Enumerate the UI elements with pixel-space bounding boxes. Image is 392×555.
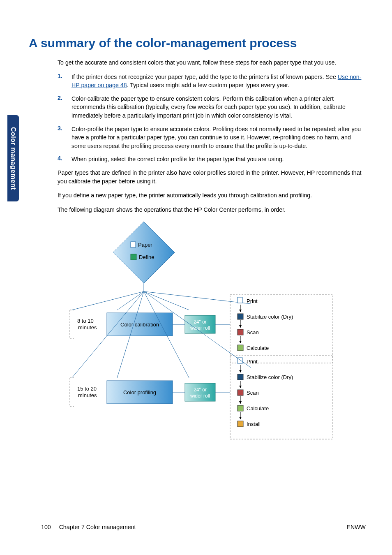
page: Color management A summary of the color-… <box>0 0 392 555</box>
svg-text:Scan: Scan <box>247 329 259 335</box>
step-3: 3. Color-profile the paper type to ensur… <box>58 125 362 150</box>
body-block: To get the accurate and consistent color… <box>58 58 362 214</box>
svg-line-6 <box>72 291 144 310</box>
svg-text:Color profiling: Color profiling <box>123 389 156 395</box>
svg-text:minutes: minutes <box>78 392 97 398</box>
svg-rect-18 <box>238 297 242 303</box>
svg-text:Define: Define <box>139 254 154 260</box>
svg-rect-17 <box>230 295 333 363</box>
svg-text:Calculate: Calculate <box>247 345 269 351</box>
svg-rect-24 <box>238 329 243 335</box>
page-footer: 100 Chapter 7 Color management ENWW <box>41 524 366 530</box>
step-1: 1. If the printer does not recognize you… <box>58 73 362 90</box>
svg-text:24" or: 24" or <box>194 387 207 393</box>
step-text-pre: If the printer does not recognize your p… <box>71 74 338 80</box>
step-4: 4. When printing, select the correct col… <box>58 155 362 164</box>
footer-chapter: Chapter 7 Color management <box>59 524 136 530</box>
svg-rect-27 <box>238 345 243 351</box>
step-text: Color-profile the paper type to ensure a… <box>71 125 362 150</box>
side-tab-label: Color management <box>9 127 17 190</box>
svg-rect-38 <box>230 355 333 439</box>
diagram-svg: PaperDefine8 to 10minutesColor calibrati… <box>58 220 345 466</box>
step-text: When printing, select the correct color … <box>71 155 362 164</box>
svg-marker-0 <box>113 222 175 283</box>
svg-text:minutes: minutes <box>78 324 97 331</box>
footer-left: 100 Chapter 7 Color management <box>41 524 136 530</box>
svg-rect-42 <box>238 374 243 380</box>
svg-text:wider roll: wider roll <box>190 325 210 331</box>
svg-text:Print: Print <box>247 358 258 365</box>
svg-text:Stabilize color (Dry): Stabilize color (Dry) <box>247 314 293 320</box>
svg-text:Install: Install <box>247 421 261 427</box>
step-text: If the printer does not recognize your p… <box>71 73 362 90</box>
svg-rect-1 <box>131 242 136 247</box>
step-number: 3. <box>58 125 71 150</box>
svg-text:Calculate: Calculate <box>247 405 269 412</box>
svg-text:wider roll: wider roll <box>190 393 210 399</box>
footer-right: ENWW <box>347 524 366 530</box>
svg-text:Color calibration: Color calibration <box>120 321 159 328</box>
intro-paragraph: To get the accurate and consistent color… <box>58 58 362 67</box>
svg-text:15 to 20: 15 to 20 <box>77 386 97 392</box>
step-text-post: . Typical users might add a few custom p… <box>127 82 290 88</box>
svg-text:Paper: Paper <box>138 242 152 248</box>
diagram: PaperDefine8 to 10minutesColor calibrati… <box>58 220 366 466</box>
steps-list: 1. If the printer does not recognize you… <box>58 73 362 164</box>
side-tab: Color management <box>7 115 19 201</box>
step-text: Color-calibrate the paper type to ensure… <box>71 95 362 120</box>
svg-rect-48 <box>238 405 243 411</box>
paragraph: If you define a new paper type, the prin… <box>58 191 362 200</box>
page-heading: A summary of the color-management proces… <box>29 36 366 50</box>
svg-text:Print: Print <box>247 298 258 304</box>
svg-text:24" or: 24" or <box>194 319 207 325</box>
svg-rect-51 <box>238 421 243 427</box>
paragraph: Paper types that are defined in the prin… <box>58 169 362 185</box>
step-number: 1. <box>58 73 71 90</box>
svg-rect-45 <box>238 390 243 395</box>
paragraph: The following diagram shows the operatio… <box>58 206 362 214</box>
svg-text:Scan: Scan <box>247 390 259 396</box>
page-number: 100 <box>41 524 51 530</box>
step-2: 2. Color-calibrate the paper type to ens… <box>58 95 362 120</box>
step-number: 2. <box>58 95 71 120</box>
step-number: 4. <box>58 155 71 164</box>
svg-line-9 <box>144 291 251 304</box>
content-area: A summary of the color-management proces… <box>29 36 366 466</box>
svg-text:8 to 10: 8 to 10 <box>77 318 94 324</box>
svg-rect-21 <box>238 314 243 319</box>
svg-text:Stabilize color (Dry): Stabilize color (Dry) <box>247 374 293 380</box>
svg-rect-3 <box>131 254 136 260</box>
